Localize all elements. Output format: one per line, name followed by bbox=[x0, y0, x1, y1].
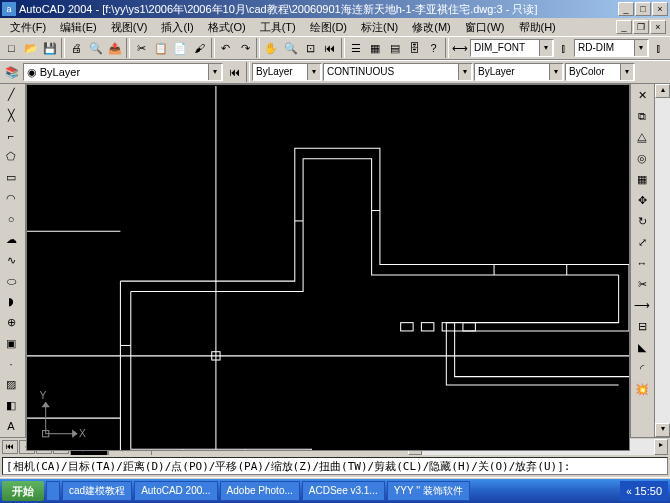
dimtype-combo[interactable]: RD-DIM bbox=[574, 39, 649, 57]
rect-icon[interactable]: ▭ bbox=[1, 168, 21, 188]
spline-icon[interactable]: ∿ bbox=[1, 251, 21, 271]
system-tray[interactable]: « 15:50 bbox=[620, 481, 668, 501]
model-viewport[interactable]: X Y bbox=[26, 84, 630, 451]
insert-icon[interactable]: ⊕ bbox=[1, 313, 21, 333]
dc-icon[interactable]: ▦ bbox=[366, 38, 384, 58]
extend-icon[interactable]: ⟶ bbox=[632, 295, 652, 315]
explode-icon[interactable]: 💥 bbox=[632, 379, 652, 399]
save-icon[interactable]: 💾 bbox=[41, 38, 59, 58]
point-icon[interactable]: · bbox=[1, 354, 21, 374]
dbconnect-icon[interactable]: 🗄 bbox=[405, 38, 423, 58]
trim-icon[interactable]: ✂ bbox=[632, 274, 652, 294]
scroll-up-button[interactable]: ▴ bbox=[655, 84, 670, 98]
menu-help[interactable]: 帮助(H) bbox=[513, 19, 562, 36]
copy-icon[interactable]: 📋 bbox=[152, 38, 170, 58]
taskbar-item[interactable]: cad建模教程 bbox=[62, 481, 132, 501]
taskbar-item[interactable]: ACDSee v3.1... bbox=[302, 481, 385, 501]
doc-restore-button[interactable]: ❐ bbox=[633, 20, 649, 34]
block-icon[interactable]: ▣ bbox=[1, 333, 21, 353]
zoom-rt-icon[interactable]: 🔍 bbox=[282, 38, 300, 58]
pan-icon[interactable]: ✋ bbox=[262, 38, 280, 58]
dim-icon[interactable]: ⟷ bbox=[451, 38, 469, 58]
menu-format[interactable]: 格式(O) bbox=[202, 19, 252, 36]
lineweight-combo[interactable]: ByLayer bbox=[474, 63, 564, 81]
xline-icon[interactable]: ╳ bbox=[1, 106, 21, 126]
tab-first-button[interactable]: ⏮ bbox=[2, 440, 18, 454]
break-icon[interactable]: ⊟ bbox=[632, 316, 652, 336]
color-combo[interactable]: ByLayer bbox=[252, 63, 322, 81]
array-icon[interactable]: ▦ bbox=[632, 169, 652, 189]
menu-edit[interactable]: 编辑(E) bbox=[54, 19, 103, 36]
region-icon[interactable]: ◧ bbox=[1, 396, 21, 416]
taskbar-item[interactable]: AutoCAD 200... bbox=[134, 481, 217, 501]
menu-modify[interactable]: 修改(M) bbox=[406, 19, 457, 36]
move-icon[interactable]: ✥ bbox=[632, 190, 652, 210]
redo-icon[interactable]: ↷ bbox=[236, 38, 254, 58]
scroll-down-button[interactable]: ▾ bbox=[655, 423, 670, 437]
toolpal-icon[interactable]: ▤ bbox=[385, 38, 403, 58]
new-icon[interactable]: □ bbox=[2, 38, 20, 58]
taskbar-item[interactable]: Adobe Photo... bbox=[220, 481, 300, 501]
arc-icon[interactable]: ◠ bbox=[1, 189, 21, 209]
open-icon[interactable]: 📂 bbox=[21, 38, 39, 58]
copy2-icon[interactable]: ⧉ bbox=[632, 106, 652, 126]
offset-icon[interactable]: ◎ bbox=[632, 148, 652, 168]
menu-file[interactable]: 文件(F) bbox=[4, 19, 52, 36]
dimstyle-combo[interactable]: DIM_FONT bbox=[470, 39, 554, 57]
zoom-window-icon[interactable]: ⊡ bbox=[301, 38, 319, 58]
mirror-icon[interactable]: ⧋ bbox=[632, 127, 652, 147]
dim2-icon[interactable]: ⫿ bbox=[555, 38, 573, 58]
hatch-icon[interactable]: ▨ bbox=[1, 375, 21, 395]
stretch-icon[interactable]: ↔ bbox=[632, 253, 652, 273]
menu-dimension[interactable]: 标注(N) bbox=[355, 19, 404, 36]
start-button[interactable]: 开始 bbox=[2, 481, 44, 501]
print-icon[interactable]: 🖨 bbox=[67, 38, 85, 58]
taskbar-item[interactable] bbox=[46, 481, 60, 501]
paste-icon[interactable]: 📄 bbox=[171, 38, 189, 58]
command-line[interactable]: [相机(CA)/目标(TA)/距离(D)/点(PO)/平移(PA)/缩放(Z)/… bbox=[2, 457, 668, 475]
fillet-icon[interactable]: ◜ bbox=[632, 358, 652, 378]
polygon-icon[interactable]: ⬠ bbox=[1, 147, 21, 167]
props-icon[interactable]: ☰ bbox=[347, 38, 365, 58]
taskbar-item[interactable]: YYY '' 装饰软件 bbox=[387, 481, 470, 501]
help-icon[interactable]: ? bbox=[424, 38, 442, 58]
linetype-combo[interactable]: CONTINUOUS bbox=[323, 63, 473, 81]
menu-insert[interactable]: 插入(I) bbox=[155, 19, 199, 36]
erase-icon[interactable]: ✕ bbox=[632, 85, 652, 105]
zoom-prev-icon[interactable]: ⏮ bbox=[320, 38, 338, 58]
chamfer-icon[interactable]: ◣ bbox=[632, 337, 652, 357]
menu-window[interactable]: 窗口(W) bbox=[459, 19, 511, 36]
preview-icon[interactable]: 🔍 bbox=[86, 38, 104, 58]
revcloud-icon[interactable]: ☁ bbox=[1, 230, 21, 250]
line-icon[interactable]: ╱ bbox=[1, 85, 21, 105]
text-icon[interactable]: A bbox=[1, 416, 21, 436]
ucs-y-label: Y bbox=[39, 390, 46, 401]
ellipse-icon[interactable]: ⬭ bbox=[1, 271, 21, 291]
layer-combo[interactable]: ◉ ByLayer bbox=[23, 63, 223, 81]
dim3-icon[interactable]: ⫿ bbox=[650, 38, 668, 58]
doc-close-button[interactable]: × bbox=[650, 20, 666, 34]
scroll-right-button[interactable]: ▸ bbox=[654, 439, 668, 455]
maximize-button[interactable]: □ bbox=[635, 2, 651, 16]
publish-icon[interactable]: 📤 bbox=[106, 38, 124, 58]
layer-mgr-icon[interactable]: 📚 bbox=[2, 62, 22, 82]
doc-minimize-button[interactable]: _ bbox=[616, 20, 632, 34]
layer-prev-icon[interactable]: ⏮ bbox=[224, 62, 244, 82]
vertical-scrollbar[interactable]: ▴ ▾ bbox=[654, 84, 670, 437]
scale-icon[interactable]: ⤢ bbox=[632, 232, 652, 252]
minimize-button[interactable]: _ bbox=[618, 2, 634, 16]
rotate-icon[interactable]: ↻ bbox=[632, 211, 652, 231]
cut-icon[interactable]: ✂ bbox=[132, 38, 150, 58]
ellipse-arc-icon[interactable]: ◗ bbox=[1, 292, 21, 312]
menu-view[interactable]: 视图(V) bbox=[105, 19, 154, 36]
menu-draw[interactable]: 绘图(D) bbox=[304, 19, 353, 36]
match-icon[interactable]: 🖌 bbox=[190, 38, 208, 58]
close-button[interactable]: × bbox=[652, 2, 668, 16]
circle-icon[interactable]: ○ bbox=[1, 209, 21, 229]
menu-tools[interactable]: 工具(T) bbox=[254, 19, 302, 36]
pline-icon[interactable]: ⌐ bbox=[1, 126, 21, 146]
viewport-container: X Y bbox=[26, 84, 630, 437]
app-icon: a bbox=[2, 2, 16, 16]
plotstyle-combo[interactable]: ByColor bbox=[565, 63, 635, 81]
undo-icon[interactable]: ↶ bbox=[217, 38, 235, 58]
